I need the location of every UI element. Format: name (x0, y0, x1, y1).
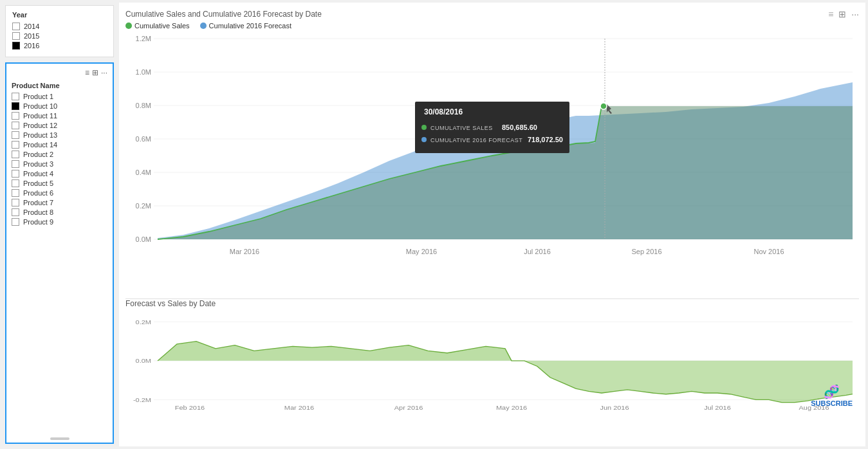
product-2-checkbox[interactable] (12, 151, 19, 158)
year-2014-checkbox[interactable] (12, 23, 20, 30)
cumulative-sales-dot (125, 23, 132, 29)
product-13-label: Product 13 (23, 131, 57, 139)
product-7-item[interactable]: Product 7 (12, 199, 107, 206)
top-chart-container: 1.2M 1.0M 0.8M 0.6M 0.4M 0.2M 0.0M 30/08… (125, 32, 859, 270)
crossover-dot (600, 103, 607, 109)
top-chart-more-icon[interactable]: ··· (851, 9, 859, 19)
product-6-label: Product 6 (23, 189, 53, 197)
product-filter-menu-icon[interactable]: ≡ (85, 68, 89, 77)
tooltip-forecast-dot (421, 137, 427, 142)
bottom-chart-title: Forecast vs Sales by Date (125, 299, 859, 308)
product-7-label: Product 7 (23, 199, 53, 206)
product-9-checkbox[interactable] (12, 218, 19, 226)
year-2016-item[interactable]: 2016 (12, 42, 107, 50)
svg-text:Sep 2016: Sep 2016 (631, 248, 661, 255)
product-2-label: Product 2 (23, 151, 53, 158)
product-8-label: Product 8 (23, 208, 53, 216)
subscribe-label: SUBSCRIBE (811, 399, 853, 407)
top-chart-expand-icon[interactable]: ⊞ (838, 9, 846, 19)
year-2015-label: 2015 (24, 32, 39, 40)
year-2015-checkbox[interactable] (12, 32, 20, 40)
cumulative-forecast-label: Cumulative 2016 Forecast (209, 22, 291, 30)
svg-text:850,685.60: 850,685.60 (502, 124, 537, 131)
cumulative-sales-label: Cumulative Sales (134, 22, 190, 30)
product-11-checkbox[interactable] (12, 112, 19, 120)
product-12-checkbox[interactable] (12, 122, 19, 129)
year-filter-title: Year (12, 11, 107, 19)
product-12-label: Product 12 (23, 122, 57, 129)
svg-text:Feb 2016: Feb 2016 (175, 405, 205, 411)
scroll-indicator (50, 437, 69, 440)
svg-text:0.4M: 0.4M (136, 169, 151, 176)
top-chart-legend: Cumulative Sales Cumulative 2016 Forecas… (125, 22, 859, 30)
svg-text:0.8M: 0.8M (136, 102, 151, 109)
product-14-item[interactable]: Product 14 (12, 141, 107, 149)
product-filter-title: Product Name (12, 82, 107, 89)
product-1-item[interactable]: Product 1 (12, 93, 107, 100)
svg-text:-0.2M: -0.2M (133, 397, 151, 403)
product-10-item[interactable]: Product 10 (12, 102, 107, 110)
product-1-label: Product 1 (23, 93, 53, 100)
cumulative-forecast-dot (200, 23, 207, 29)
top-chart-area: Cumulative Sales and Cumulative 2016 For… (119, 3, 865, 298)
product-3-item[interactable]: Product 3 (12, 160, 107, 168)
product-10-checkbox[interactable] (12, 102, 19, 110)
product-14-checkbox[interactable] (12, 141, 19, 149)
legend-cumulative-sales: Cumulative Sales (125, 22, 190, 30)
top-chart-icons: ≡ ⊞ ··· (828, 9, 859, 19)
bottom-chart-container: 0.2M 0.0M -0.2M Feb 2016 Mar 2016 Apr 20… (125, 311, 859, 414)
product-6-item[interactable]: Product 6 (12, 189, 107, 197)
left-panel: Year 2014 2015 2016 ≡ ⊞ ··· Product Name… (0, 0, 119, 449)
svg-text:May 2016: May 2016 (496, 405, 528, 411)
product-filter: ≡ ⊞ ··· Product Name Product 1 Product 1… (5, 62, 114, 444)
product-2-item[interactable]: Product 2 (12, 151, 107, 158)
svg-text:Jul 2016: Jul 2016 (524, 248, 551, 255)
right-panel: Cumulative Sales and Cumulative 2016 For… (119, 3, 865, 446)
svg-text:Nov 2016: Nov 2016 (753, 248, 784, 255)
year-2014-label: 2014 (24, 23, 39, 30)
product-7-checkbox[interactable] (12, 199, 19, 206)
svg-text:Mar 2016: Mar 2016 (230, 248, 259, 255)
year-2016-checkbox[interactable] (12, 42, 20, 50)
svg-text:0.6M: 0.6M (136, 135, 151, 143)
product-filter-more-icon[interactable]: ··· (101, 68, 107, 77)
product-11-item[interactable]: Product 11 (12, 112, 107, 120)
svg-text:0.2M: 0.2M (136, 202, 151, 210)
top-chart-svg: 1.2M 1.0M 0.8M 0.6M 0.4M 0.2M 0.0M 30/08… (125, 32, 859, 270)
product-8-item[interactable]: Product 8 (12, 208, 107, 216)
product-filter-header: ≡ ⊞ ··· (12, 66, 107, 79)
product-5-label: Product 5 (23, 179, 53, 187)
product-8-checkbox[interactable] (12, 208, 19, 216)
product-13-item[interactable]: Product 13 (12, 131, 107, 139)
product-3-label: Product 3 (23, 160, 53, 168)
svg-text:1.0M: 1.0M (136, 68, 151, 76)
product-4-item[interactable]: Product 4 (12, 170, 107, 178)
svg-text:Apr 2016: Apr 2016 (394, 405, 423, 411)
product-5-checkbox[interactable] (12, 179, 19, 187)
product-3-checkbox[interactable] (12, 160, 19, 168)
product-12-item[interactable]: Product 12 (12, 122, 107, 129)
year-2015-item[interactable]: 2015 (12, 32, 107, 40)
product-filter-expand-icon[interactable]: ⊞ (92, 68, 98, 77)
product-4-label: Product 4 (23, 170, 53, 178)
svg-text:Mar 2016: Mar 2016 (284, 405, 315, 411)
product-10-label: Product 10 (23, 102, 57, 110)
product-13-checkbox[interactable] (12, 131, 19, 139)
year-2014-item[interactable]: 2014 (12, 23, 107, 30)
tooltip-sales-dot (421, 125, 427, 130)
top-chart-title: Cumulative Sales and Cumulative 2016 For… (125, 10, 322, 19)
svg-text:CUMULATIVE SALES: CUMULATIVE SALES (430, 125, 493, 131)
product-4-checkbox[interactable] (12, 170, 19, 178)
year-filter: Year 2014 2015 2016 (5, 5, 114, 57)
subscribe-button[interactable]: 🧬 SUBSCRIBE (811, 384, 853, 407)
product-5-item[interactable]: Product 5 (12, 179, 107, 187)
product-11-label: Product 11 (23, 112, 57, 120)
product-6-checkbox[interactable] (12, 189, 19, 197)
top-chart-drag-icon[interactable]: ≡ (828, 9, 833, 19)
svg-text:0.2M: 0.2M (136, 318, 151, 325)
product-9-label: Product 9 (23, 218, 53, 226)
product-1-checkbox[interactable] (12, 93, 19, 100)
svg-text:Jul 2016: Jul 2016 (704, 405, 731, 411)
svg-text:0.0M: 0.0M (136, 358, 151, 364)
product-9-item[interactable]: Product 9 (12, 218, 107, 226)
